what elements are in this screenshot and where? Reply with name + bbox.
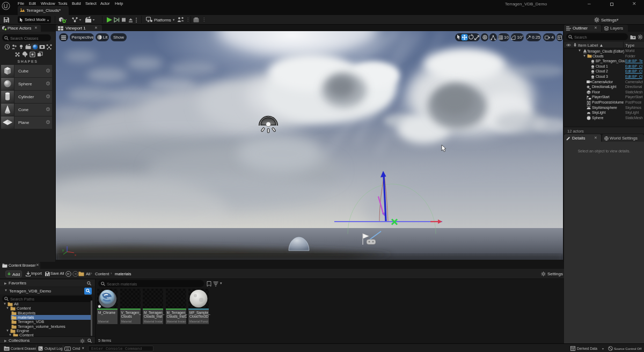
svg-text:y: y bbox=[62, 248, 64, 252]
svg-text:x: x bbox=[75, 253, 76, 256]
